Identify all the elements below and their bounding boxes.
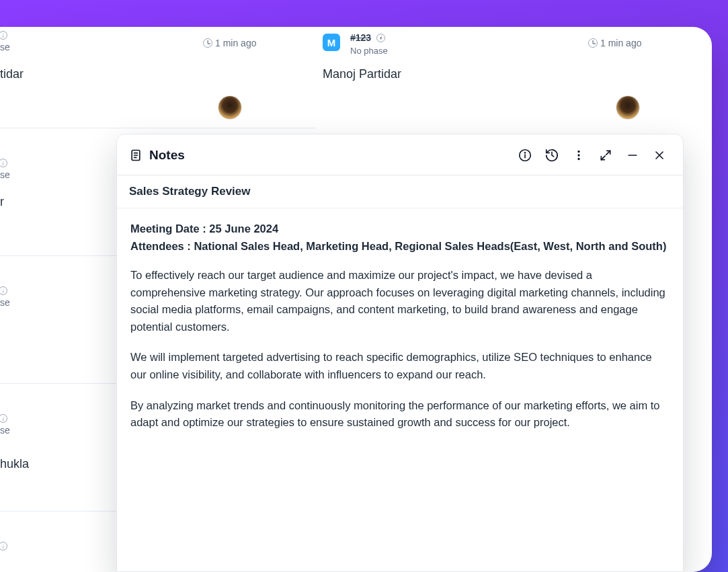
close-button[interactable] xyxy=(648,144,671,167)
note-paragraph: We will implement targeted advertising t… xyxy=(130,349,670,383)
notes-icon xyxy=(129,149,143,162)
phase-text: se xyxy=(0,425,10,436)
card-timestamp: 1 min ago xyxy=(203,38,256,48)
time-text: 1 min ago xyxy=(600,38,641,48)
note-title: Sales Strategy Review xyxy=(117,175,683,208)
avatar xyxy=(218,95,242,120)
attendees-value: National Sales Head, Marketing Head, Reg… xyxy=(194,240,666,252)
phase-text: se xyxy=(0,169,10,180)
phase-label: se xyxy=(0,297,10,308)
info-icon: i xyxy=(0,31,7,40)
avatar xyxy=(616,95,640,120)
phase-info: i xyxy=(0,159,7,167)
info-icon: i xyxy=(0,159,7,167)
svg-line-10 xyxy=(606,151,610,155)
phase-label: se xyxy=(0,42,10,52)
attendees-label: Attendees : xyxy=(130,240,194,252)
svg-point-9 xyxy=(577,158,579,160)
ticket-id-text: #123 xyxy=(350,32,371,43)
meeting-date-label: Meeting Date : xyxy=(130,222,209,235)
minimize-button[interactable] xyxy=(621,144,644,167)
phase-label: se xyxy=(0,425,10,436)
phase-label: se xyxy=(0,169,10,180)
history-button[interactable] xyxy=(540,144,563,167)
phase-info: i xyxy=(0,286,7,295)
phase-info: i xyxy=(0,31,7,40)
card-author: tidar xyxy=(0,67,24,81)
phase-label: No phase xyxy=(350,46,388,56)
more-options-button[interactable] xyxy=(567,144,590,167)
notes-panel-title: Notes xyxy=(149,148,185,163)
info-icon: i xyxy=(376,34,385,42)
info-icon: i xyxy=(0,286,7,295)
info-icon: i xyxy=(0,414,7,423)
phase-info: i xyxy=(0,542,7,550)
phase-text: se xyxy=(0,297,10,308)
card-author: Manoj Partidar xyxy=(323,67,401,81)
info-button[interactable] xyxy=(514,144,536,167)
svg-line-11 xyxy=(601,156,605,160)
project-badge: M xyxy=(323,34,340,51)
notes-panel-header: Notes xyxy=(117,134,683,175)
expand-button[interactable] xyxy=(594,144,617,167)
svg-point-7 xyxy=(577,151,579,153)
phase-info: i xyxy=(0,414,7,423)
time-text: 1 min ago xyxy=(215,38,256,48)
note-paragraph: To effectively reach our target audience… xyxy=(130,267,670,335)
card-author: r xyxy=(0,195,4,209)
note-body[interactable]: Meeting Date : 25 June 2024 Attendees : … xyxy=(117,208,683,571)
phase-text: No phase xyxy=(350,46,388,56)
card-header: M xyxy=(323,34,340,51)
meeting-date-value: 25 June 2024 xyxy=(209,222,278,235)
svg-point-8 xyxy=(577,154,579,156)
divider xyxy=(0,128,316,128)
phase-text: se xyxy=(0,42,10,52)
ticket-id: #123 i xyxy=(350,32,385,43)
card-author: hukla xyxy=(0,457,29,471)
info-icon: i xyxy=(0,542,7,550)
note-paragraph: By analyzing market trends and continuou… xyxy=(130,397,670,432)
app-window: i se 1 min ago tidar M #123 i No phase 1… xyxy=(0,27,712,572)
notes-panel: Notes xyxy=(116,134,684,572)
clock-icon xyxy=(203,38,212,48)
card-timestamp: 1 min ago xyxy=(588,38,641,48)
svg-point-6 xyxy=(524,153,525,153)
note-metadata: Meeting Date : 25 June 2024 Attendees : … xyxy=(130,220,670,255)
clock-icon xyxy=(588,38,598,48)
